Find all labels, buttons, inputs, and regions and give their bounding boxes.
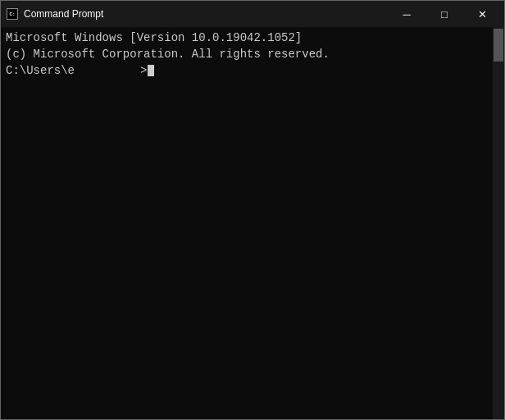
console-area[interactable]: Microsoft Windows [Version 10.0.19042.10…	[1, 27, 504, 419]
scrollbar-thumb[interactable]	[494, 29, 503, 62]
console-line-1: Microsoft Windows [Version 10.0.19042.10…	[6, 30, 499, 47]
window-controls: ─ □ ✕	[388, 1, 501, 27]
window-icon	[6, 7, 19, 21]
title-bar: Command Prompt ─ □ ✕	[1, 1, 504, 27]
cursor	[148, 65, 154, 76]
prompt-line: C:\Users\e >	[6, 64, 499, 77]
minimize-button[interactable]: ─	[388, 1, 425, 27]
cmd-window: Command Prompt ─ □ ✕ Microsoft Windows […	[0, 0, 505, 420]
title-left: Command Prompt	[6, 7, 103, 21]
maximize-icon: □	[441, 9, 448, 20]
close-icon: ✕	[478, 9, 487, 20]
prompt-suffix: >	[140, 64, 147, 77]
minimize-icon: ─	[403, 9, 410, 20]
window-title: Command Prompt	[24, 8, 103, 20]
maximize-button[interactable]: □	[425, 1, 463, 27]
console-line-2: (c) Microsoft Corporation. All rights re…	[6, 47, 499, 63]
scrollbar[interactable]	[493, 27, 504, 419]
cmd-app-icon	[7, 8, 18, 20]
close-button[interactable]: ✕	[463, 1, 501, 27]
prompt-prefix: C:\Users\e	[6, 64, 75, 77]
